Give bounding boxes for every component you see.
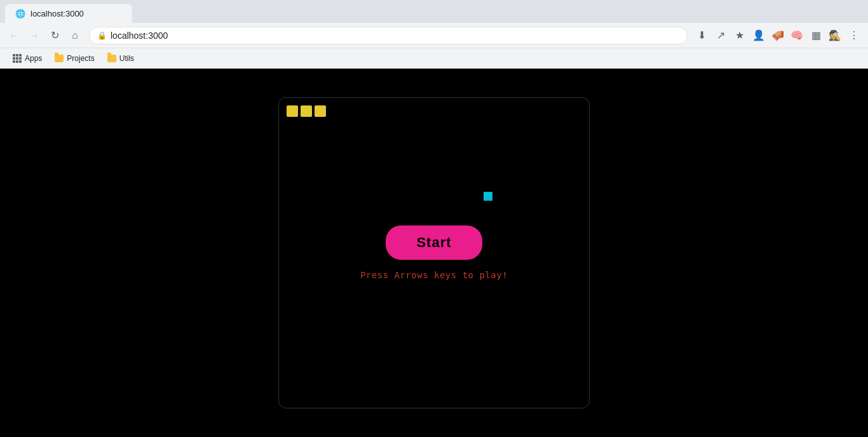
apps-grid-icon	[13, 54, 22, 63]
bookmark-projects-label: Projects	[67, 54, 94, 63]
bookmark-apps[interactable]: Apps	[8, 51, 47, 65]
extension-icon[interactable]: 🪗	[769, 27, 787, 44]
profile-icon[interactable]: 🕵	[826, 27, 844, 44]
browser-chrome: 🌐 localhost:3000 ← → ↻ ⌂ 🔒 localhost:300…	[0, 0, 868, 69]
toolbar-icons: ⬇ ↗ ★ 👤 🪗 🧠 ▦ 🕵 ⋮	[693, 27, 863, 44]
address-bar-row: ← → ↻ ⌂ 🔒 localhost:3000 ⬇ ↗ ★ 👤 🪗 🧠 ▦ 🕵…	[0, 23, 868, 48]
lock-icon: 🔒	[97, 31, 107, 40]
home-button[interactable]: ⌂	[66, 27, 84, 44]
tab-favicon: 🌐	[15, 9, 25, 18]
reload-button[interactable]: ↻	[46, 27, 64, 44]
forward-button[interactable]: →	[25, 27, 43, 44]
bookmark-projects[interactable]: Projects	[50, 51, 99, 65]
tab-title: localhost:3000	[31, 9, 84, 18]
bookmark-apps-label: Apps	[25, 54, 42, 63]
score-dot-2	[301, 105, 312, 117]
sidebar-icon[interactable]: ▦	[807, 27, 825, 44]
folder-icon-utils	[107, 55, 116, 62]
folder-icon-projects	[55, 55, 64, 62]
game-container: Start Press Arrows keys to play!	[278, 97, 590, 408]
page-content: Start Press Arrows keys to play!	[0, 69, 868, 437]
score-dot-1	[287, 105, 298, 117]
bookmark-utils[interactable]: Utils	[102, 51, 139, 65]
bookmarks-bar: Apps Projects Utils	[0, 48, 868, 69]
more-icon[interactable]: ⋮	[845, 27, 863, 44]
download-icon[interactable]: ⬇	[693, 27, 710, 44]
score-dot-3	[315, 105, 326, 117]
start-button[interactable]: Start	[386, 225, 482, 260]
instruction-text: Press Arrows keys to play!	[360, 270, 508, 280]
url-text: localhost:3000	[111, 30, 168, 41]
score-dots	[287, 105, 326, 117]
share-icon[interactable]: ↗	[712, 27, 729, 44]
bookmark-utils-label: Utils	[119, 54, 134, 63]
active-tab[interactable]: 🌐 localhost:3000	[5, 4, 132, 23]
tab-bar: 🌐 localhost:3000	[0, 0, 868, 23]
food-pixel	[484, 192, 492, 201]
back-button[interactable]: ←	[5, 27, 23, 44]
puzzle-icon[interactable]: 🧠	[788, 27, 806, 44]
account-icon[interactable]: 👤	[750, 27, 768, 44]
star-icon[interactable]: ★	[731, 27, 749, 44]
address-bar[interactable]: 🔒 localhost:3000	[89, 27, 688, 44]
